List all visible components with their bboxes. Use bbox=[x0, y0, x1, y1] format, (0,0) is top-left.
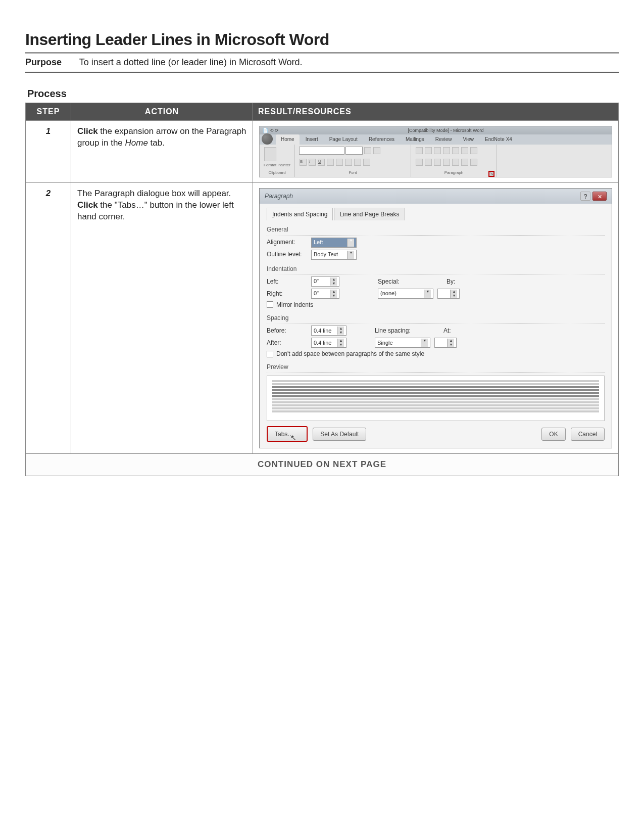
bullets-icon[interactable] bbox=[416, 147, 423, 154]
chevron-down-icon[interactable]: ▾ bbox=[424, 290, 431, 298]
indent-right-spinner[interactable]: 0"▴▾ bbox=[311, 289, 339, 299]
ribbon-tab-home[interactable]: Home bbox=[276, 134, 300, 145]
word-ribbon: 📄 ⟲ ⟳ [Compatibility Mode] - Microsoft W… bbox=[259, 126, 612, 177]
before-spinner[interactable]: 0.4 line▴▾ bbox=[311, 326, 346, 336]
dialog-close-button[interactable]: ✕ bbox=[592, 192, 607, 201]
by-spinner[interactable]: ▴▾ bbox=[437, 289, 460, 299]
linespacing-combo[interactable]: Single▾ bbox=[375, 338, 430, 348]
align-right-icon[interactable] bbox=[434, 159, 441, 166]
by-label: By: bbox=[447, 277, 462, 286]
purpose-text: To insert a dotted line (or leader line)… bbox=[79, 57, 303, 67]
outline-combo[interactable]: Body Text▾ bbox=[311, 250, 357, 260]
page-title: Inserting Leader Lines in Microsoft Word bbox=[25, 30, 619, 49]
dialog-tab-linebreaks[interactable]: Line and Page Breaks bbox=[334, 208, 405, 220]
borders-icon[interactable] bbox=[470, 159, 477, 166]
dialog-help-button[interactable]: ? bbox=[580, 192, 590, 201]
indent-inc-icon[interactable] bbox=[452, 147, 459, 154]
shrink-font-icon[interactable] bbox=[373, 147, 380, 154]
process-table: STEP ACTION RESULT/RESOURCES 1 Click the… bbox=[25, 103, 619, 476]
ribbon-tab-view[interactable]: View bbox=[458, 134, 479, 145]
ribbon-tab-mailings[interactable]: Mailings bbox=[401, 134, 429, 145]
line-spacing-icon[interactable] bbox=[452, 159, 459, 166]
preview-heading: Preview bbox=[267, 363, 605, 373]
chevron-down-icon[interactable]: ▾ bbox=[347, 239, 354, 247]
align-left-icon[interactable] bbox=[416, 159, 423, 166]
indent-heading: Indentation bbox=[267, 265, 605, 274]
spacing-heading: Spacing bbox=[267, 314, 605, 323]
after-label: After: bbox=[267, 339, 307, 347]
format-painter-button[interactable]: Format Painter bbox=[264, 163, 290, 168]
mirror-indents-checkbox[interactable] bbox=[267, 301, 273, 308]
font-family-combo[interactable] bbox=[299, 147, 344, 155]
linespacing-label: Line spacing: bbox=[375, 327, 415, 335]
ok-button[interactable]: OK bbox=[541, 428, 565, 441]
chevron-down-icon[interactable]: ▾ bbox=[347, 251, 354, 259]
font-color-icon[interactable] bbox=[363, 159, 370, 166]
step-action: Click the expansion arrow on the Paragra… bbox=[71, 121, 253, 183]
chevron-down-icon[interactable]: ▾ bbox=[421, 339, 428, 347]
table-row: 1 Click the expansion arrow on the Parag… bbox=[26, 121, 619, 183]
indent-right-label: Right: bbox=[267, 290, 307, 298]
window-title: [Compatibility Mode] - Microsoft Word bbox=[283, 127, 609, 133]
paste-button[interactable] bbox=[264, 147, 276, 161]
purpose-label: Purpose bbox=[25, 57, 62, 67]
strike-icon[interactable] bbox=[327, 159, 334, 166]
group-clipboard: Clipboard bbox=[264, 170, 290, 176]
ribbon-tab-review[interactable]: Review bbox=[430, 134, 457, 145]
step-action: The Paragraph dialogue box will appear. … bbox=[71, 183, 253, 454]
underline-icon[interactable]: U bbox=[318, 159, 325, 166]
set-default-button[interactable]: Set As Default bbox=[313, 428, 366, 441]
after-spinner[interactable]: 0.4 line▴▾ bbox=[311, 338, 346, 348]
align-justify-icon[interactable] bbox=[443, 159, 450, 166]
ribbon-tab-pagelayout[interactable]: Page Layout bbox=[324, 134, 363, 145]
ribbon-tab-references[interactable]: References bbox=[364, 134, 400, 145]
shading-icon[interactable] bbox=[461, 159, 468, 166]
tabs-button[interactable]: Tabs…↖ bbox=[267, 426, 308, 442]
subscript-icon[interactable] bbox=[336, 159, 343, 166]
special-combo[interactable]: (none)▾ bbox=[378, 289, 433, 299]
at-spinner[interactable]: ▴▾ bbox=[434, 338, 457, 348]
mirror-indents-label: Mirror indents bbox=[276, 301, 313, 309]
numbering-icon[interactable] bbox=[425, 147, 432, 154]
no-space-checkbox[interactable] bbox=[267, 351, 273, 357]
grow-font-icon[interactable] bbox=[364, 147, 371, 154]
paragraph-dialog: Paragraph ? ✕ Indents and Spacing Line a… bbox=[259, 188, 612, 448]
outline-label: Outline level: bbox=[267, 250, 307, 258]
ribbon-tab-insert[interactable]: Insert bbox=[301, 134, 323, 145]
align-center-icon[interactable] bbox=[425, 159, 432, 166]
bold-icon[interactable]: B bbox=[300, 159, 307, 166]
group-paragraph: Paragraph ↘ bbox=[415, 170, 492, 176]
general-heading: General bbox=[267, 225, 605, 235]
action-verb: Click bbox=[77, 126, 98, 136]
indent-dec-icon[interactable] bbox=[443, 147, 450, 154]
multilevel-icon[interactable] bbox=[434, 147, 441, 154]
office-button[interactable] bbox=[262, 133, 273, 145]
dialog-title: Paragraph bbox=[265, 192, 293, 200]
no-space-label: Don't add space between paragraphs of th… bbox=[276, 350, 424, 358]
alignment-label: Alignment: bbox=[267, 238, 307, 246]
at-label: At: bbox=[443, 327, 459, 335]
indent-left-spinner[interactable]: 0"▴▾ bbox=[311, 276, 339, 287]
purpose-bar: Purpose To insert a dotted line (or lead… bbox=[25, 52, 619, 73]
highlight-icon[interactable] bbox=[354, 159, 361, 166]
action-verb: Click bbox=[77, 200, 98, 210]
alignment-combo[interactable]: Left▾ bbox=[311, 238, 357, 248]
column-action: ACTION bbox=[71, 103, 253, 121]
group-font: Font bbox=[299, 170, 407, 176]
show-marks-icon[interactable] bbox=[470, 147, 477, 154]
dialog-tab-indents[interactable]: Indents and Spacing bbox=[267, 208, 333, 220]
table-row: 2 The Paragraph dialogue box will appear… bbox=[26, 183, 619, 454]
italic-icon[interactable]: I bbox=[309, 159, 316, 166]
superscript-icon[interactable] bbox=[345, 159, 352, 166]
paragraph-dialog-launcher[interactable]: ↘ bbox=[488, 171, 494, 177]
action-home-tab: Home bbox=[125, 138, 148, 148]
step-result: 📄 ⟲ ⟳ [Compatibility Mode] - Microsoft W… bbox=[253, 121, 619, 183]
font-size-combo[interactable] bbox=[345, 147, 363, 155]
indent-left-label: Left: bbox=[267, 277, 307, 286]
action-text: the "Tabs…" button in the lower left han… bbox=[77, 200, 234, 221]
step-result: Paragraph ? ✕ Indents and Spacing Line a… bbox=[253, 183, 619, 454]
ribbon-tab-endnote[interactable]: EndNote X4 bbox=[480, 134, 517, 145]
cancel-button[interactable]: Cancel bbox=[571, 428, 605, 441]
sort-icon[interactable] bbox=[461, 147, 468, 154]
cursor-icon: ↖ bbox=[290, 434, 296, 442]
